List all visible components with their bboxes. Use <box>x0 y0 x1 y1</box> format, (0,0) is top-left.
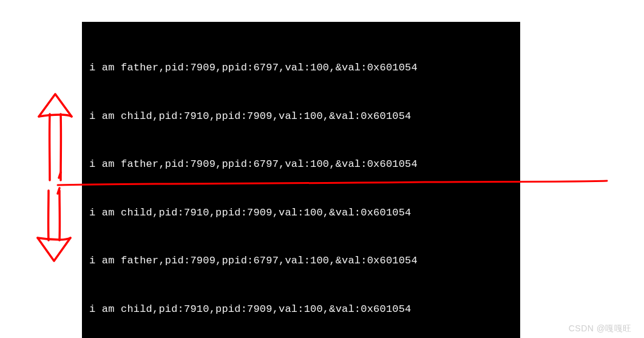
terminal-line: i am child,pid:7910,ppid:7909,val:100,&v… <box>89 109 513 125</box>
terminal-line: i am child,pid:7910,ppid:7909,val:100,&v… <box>89 302 513 318</box>
watermark: CSDN @嘎嘎旺 <box>569 323 632 334</box>
down-arrow-icon <box>38 188 70 261</box>
terminal-line: i am father,pid:7909,ppid:6797,val:100,&… <box>89 253 513 269</box>
up-arrow-icon <box>39 94 72 180</box>
terminal-line: i am father,pid:7909,ppid:6797,val:100,&… <box>89 157 513 173</box>
terminal-output: i am father,pid:7909,ppid:6797,val:100,&… <box>82 22 520 338</box>
terminal-line: i am father,pid:7909,ppid:6797,val:100,&… <box>89 60 513 76</box>
terminal-line: i am child,pid:7910,ppid:7909,val:100,&v… <box>89 205 513 221</box>
